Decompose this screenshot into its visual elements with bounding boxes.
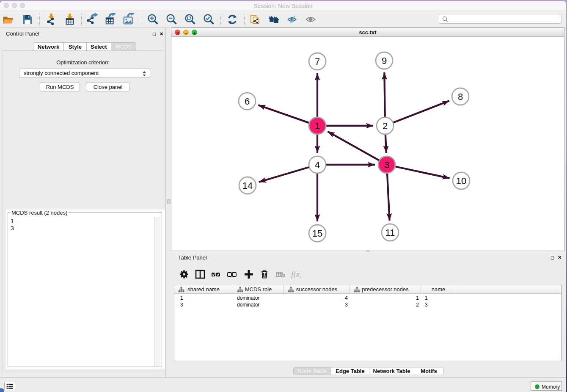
- svg-text:f(x): f(x): [291, 270, 301, 279]
- svg-text:3: 3: [384, 160, 389, 170]
- svg-text:6: 6: [245, 96, 250, 107]
- svg-text:11: 11: [385, 227, 395, 238]
- svg-text:15: 15: [312, 228, 322, 239]
- svg-text:4: 4: [315, 160, 320, 170]
- svg-text:1: 1: [315, 121, 320, 131]
- svg-text:7: 7: [315, 56, 320, 67]
- svg-text:10: 10: [456, 176, 466, 186]
- svg-text:9: 9: [382, 55, 387, 66]
- svg-text:2: 2: [383, 121, 388, 131]
- svg-text:8: 8: [458, 91, 463, 102]
- svg-text:14: 14: [242, 180, 253, 191]
